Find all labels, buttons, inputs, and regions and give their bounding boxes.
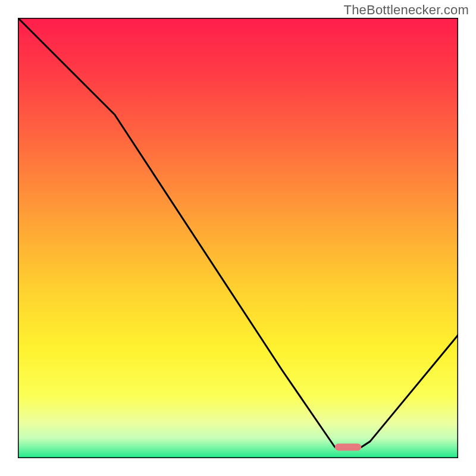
chart-svg [18, 18, 458, 458]
marker-pill [335, 444, 361, 451]
watermark-text: TheBottlenecker.com [344, 2, 469, 18]
chart-container [18, 18, 458, 458]
